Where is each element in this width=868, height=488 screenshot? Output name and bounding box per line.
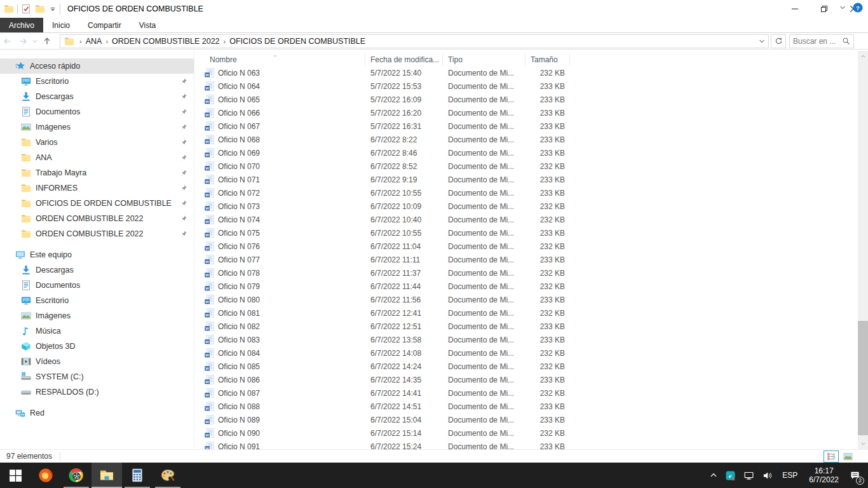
clock[interactable]: 16:17 6/7/2022 — [803, 466, 844, 484]
file-row[interactable]: W Oficio N 089 6/7/2022 15:04 Documento … — [197, 413, 858, 426]
breadcrumb-item[interactable]: ANA — [86, 37, 102, 46]
volume-tray-icon[interactable] — [758, 463, 776, 488]
sidebar-item[interactable]: Vídeos — [0, 354, 194, 369]
search-input[interactable]: Buscar en ... — [789, 34, 854, 48]
sidebar-item[interactable]: Imágenes — [0, 308, 194, 323]
network-tray-icon[interactable] — [740, 463, 758, 488]
file-row[interactable]: W Oficio N 076 6/7/2022 11:04 Documento … — [197, 240, 858, 253]
sidebar-section-quick-access[interactable]: Acceso rápido — [0, 58, 194, 74]
new-folder-icon[interactable] — [35, 4, 45, 14]
vertical-scrollbar[interactable] — [858, 51, 868, 449]
sidebar-item[interactable]: INFORMES — [0, 180, 194, 196]
taskbar-app-button[interactable] — [122, 463, 153, 488]
taskbar-app-button[interactable] — [153, 463, 183, 488]
sidebar-section-this-pc[interactable]: Este equipo — [0, 247, 194, 262]
start-button[interactable] — [0, 463, 31, 488]
file-row[interactable]: W Oficio N 072 6/7/2022 10:55 Documento … — [197, 186, 858, 200]
scroll-down-button[interactable] — [858, 438, 868, 449]
sidebar-item[interactable]: Música — [0, 323, 194, 339]
help-icon[interactable]: ? — [853, 3, 863, 13]
breadcrumb-item[interactable]: ORDEN COMBUSTIBLE 2022 — [112, 37, 220, 46]
sidebar-item[interactable]: Documentos — [0, 104, 194, 119]
scroll-up-button[interactable] — [858, 51, 868, 62]
file-row[interactable]: W Oficio N 064 5/7/2022 15:53 Documento … — [197, 79, 858, 93]
up-button[interactable] — [39, 34, 55, 48]
file-row[interactable]: W Oficio N 063 5/7/2022 15:40 Documento … — [197, 66, 858, 79]
restore-button[interactable] — [810, 0, 839, 18]
file-row[interactable]: W Oficio N 085 6/7/2022 14:24 Documento … — [197, 360, 858, 373]
sidebar-item[interactable]: SYSTEM (C:) — [0, 369, 194, 384]
taskbar-app-button[interactable] — [92, 463, 122, 488]
file-row[interactable]: W Oficio N 065 5/7/2022 16:09 Documento … — [197, 93, 858, 106]
address-dropdown-icon[interactable] — [758, 37, 766, 45]
minimize-button[interactable] — [780, 0, 810, 18]
sidebar-item[interactable]: Descargas — [0, 262, 194, 278]
sidebar-item-label: Escritorio — [36, 296, 69, 305]
file-row[interactable]: W Oficio N 081 6/7/2022 12:41 Documento … — [197, 306, 858, 320]
sidebar-item[interactable]: Documentos — [0, 278, 194, 293]
taskbar-app-button[interactable] — [61, 463, 92, 488]
sidebar-item[interactable]: RESPALDOS (D:) — [0, 384, 194, 400]
sidebar-item[interactable]: Trabajo Mayra — [0, 165, 194, 180]
sidebar-item[interactable]: ANA — [0, 150, 194, 165]
sidebar-item[interactable]: Escritorio — [0, 74, 194, 89]
file-row[interactable]: W Oficio N 068 6/7/2022 8:22 Documento d… — [197, 133, 858, 146]
file-row[interactable]: W Oficio N 073 6/7/2022 10:09 Documento … — [197, 200, 858, 213]
file-row[interactable]: W Oficio N 066 5/7/2022 16:20 Documento … — [197, 106, 858, 119]
forward-button[interactable] — [15, 34, 31, 48]
column-header-type[interactable]: Tipo — [443, 53, 526, 66]
file-row[interactable]: W Oficio N 074 6/7/2022 10:40 Documento … — [197, 213, 858, 226]
sidebar-section-network[interactable]: Red — [0, 405, 194, 421]
language-indicator[interactable]: ESP — [776, 471, 803, 480]
file-row[interactable]: W Oficio N 070 6/7/2022 8:52 Documento d… — [197, 159, 858, 173]
column-header-size[interactable]: Tamaño — [526, 53, 570, 66]
ribbon-tab[interactable]: Inicio — [43, 18, 79, 32]
properties-check-icon[interactable] — [21, 4, 31, 14]
file-row[interactable]: W Oficio N 087 6/7/2022 14:41 Documento … — [197, 386, 858, 400]
ribbon-tab[interactable]: Compartir — [79, 18, 130, 32]
sidebar-item[interactable]: Imágenes — [0, 119, 194, 135]
file-row[interactable]: W Oficio N 086 6/7/2022 14:35 Documento … — [197, 373, 858, 386]
back-button[interactable] — [0, 34, 15, 48]
sidebar-item[interactable]: Escritorio — [0, 293, 194, 308]
file-row[interactable]: W Oficio N 077 6/7/2022 11:11 Documento … — [197, 253, 858, 266]
file-row[interactable]: W Oficio N 088 6/7/2022 14:51 Documento … — [197, 400, 858, 413]
column-header-date[interactable]: Fecha de modifica... — [365, 53, 443, 66]
expand-ribbon-icon[interactable] — [839, 4, 846, 11]
address-box[interactable]: › ANA › ORDEN COMBUSTIBLE 2022 › OFICIOS… — [60, 34, 769, 48]
file-row[interactable]: W Oficio N 080 6/7/2022 11:56 Documento … — [197, 293, 858, 306]
sidebar-item[interactable]: ORDEN COMBUSTIBLE 2022 — [0, 211, 194, 226]
file-row[interactable]: W Oficio N 083 6/7/2022 13:58 Documento … — [197, 333, 858, 346]
column-header-name[interactable]: Nombre — [197, 53, 365, 66]
action-center-button[interactable]: 2 — [844, 463, 868, 488]
file-row[interactable]: W Oficio N 079 6/7/2022 11:44 Documento … — [197, 280, 858, 293]
file-row[interactable]: W Oficio N 069 6/7/2022 8:46 Documento d… — [197, 146, 858, 159]
file-row[interactable]: W Oficio N 071 6/7/2022 9:19 Documento d… — [197, 173, 858, 186]
file-row[interactable]: W Oficio N 082 6/7/2022 12:51 Documento … — [197, 320, 858, 333]
file-row[interactable]: W Oficio N 091 6/7/2022 15:24 Documento … — [197, 440, 858, 449]
qat-dropdown-icon[interactable] — [49, 5, 57, 13]
file-row[interactable]: W Oficio N 078 6/7/2022 11:37 Documento … — [197, 266, 858, 280]
breadcrumb-item[interactable]: OFICIOS DE ORDEN COMBUSTIBLE — [229, 37, 365, 46]
file-row[interactable]: W Oficio N 075 6/7/2022 10:55 Documento … — [197, 226, 858, 240]
refresh-button[interactable] — [771, 34, 786, 48]
ribbon-tab[interactable]: Archivo — [0, 18, 43, 32]
tray-overflow-button[interactable] — [706, 463, 721, 488]
thumbnails-view-button[interactable] — [840, 451, 855, 463]
sidebar-item[interactable]: OFICIOS DE ORDEN COMBUSTIBLE — [0, 196, 194, 211]
scrollbar-thumb[interactable] — [858, 321, 868, 435]
recent-locations-button[interactable] — [31, 34, 39, 48]
sidebar-item[interactable]: Varios — [0, 135, 194, 150]
file-row[interactable]: W Oficio N 067 5/7/2022 16:31 Documento … — [197, 119, 858, 133]
file-row[interactable]: W Oficio N 084 6/7/2022 14:08 Documento … — [197, 346, 858, 360]
sidebar-item[interactable]: Objetos 3D — [0, 339, 194, 354]
file-date: 5/7/2022 15:40 — [365, 69, 443, 78]
details-view-button[interactable] — [824, 451, 839, 463]
titlebar-separator — [17, 4, 18, 14]
taskbar-app-button[interactable] — [31, 463, 61, 488]
eset-tray-icon[interactable]: e — [721, 463, 740, 488]
sidebar-item[interactable]: Descargas — [0, 89, 194, 104]
file-row[interactable]: W Oficio N 090 6/7/2022 15:14 Documento … — [197, 426, 858, 440]
sidebar-item[interactable]: ORDEN COMBUSTIBLE 2022 — [0, 226, 194, 241]
ribbon-tab[interactable]: Vista — [130, 18, 165, 32]
